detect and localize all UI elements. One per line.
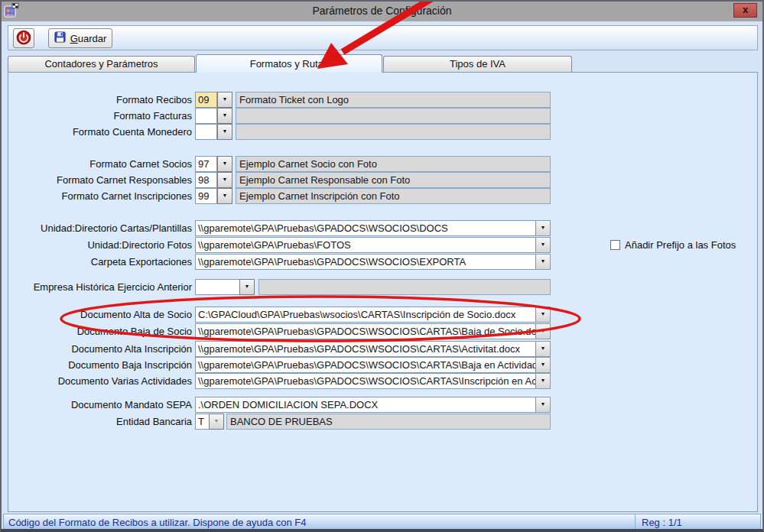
doc-baja-socio-dropdown-button[interactable]: ▼ (535, 324, 550, 339)
chevron-down-icon: ▼ (541, 378, 546, 383)
unidad-directorio-cartas-combo[interactable]: \\gparemote\GPA\Pruebas\GPADOCS\WSOCIOS\… (195, 220, 551, 236)
row-doc-alta-socio: Documento Alta de Socio C:\GPACloud\GPA\… (8, 307, 757, 323)
row-formato-recibos: Formato Recibos 09 ▼ Formato Ticket con … (8, 92, 757, 108)
unidad-directorio-cartas-value: \\gparemote\GPA\Pruebas\GPADOCS\WSOCIOS\… (196, 221, 535, 235)
tab-tipos-de-iva[interactable]: Tipos de IVA (383, 56, 572, 72)
save-button[interactable]: Guardar (48, 28, 112, 48)
formato-carnet-inscripciones-code-input[interactable]: 99 (195, 188, 217, 204)
anadir-prefijo-checkbox[interactable] (610, 240, 620, 250)
carpeta-exportaciones-combo[interactable]: \\gparemote\GPA\Pruebas\GPADOCS\WSOCIOS\… (195, 254, 551, 270)
doc-varias-actividades-label: Documento Varias Actividades (8, 375, 192, 387)
row-formato-cuenta-monedero: Formato Cuenta Monedero ▼ (8, 124, 757, 140)
row-doc-mandato-sepa: Documento Mandato SEPA .\ORDEN DOMICILIA… (8, 397, 757, 413)
exit-button[interactable] (13, 28, 34, 48)
tab-formatos-y-rutas[interactable]: Formatos y Rutas (196, 54, 382, 73)
tab-contadores-y-parametros[interactable]: Contadores y Parámetros (8, 56, 195, 72)
formato-facturas-dropdown-button[interactable]: ▼ (217, 108, 232, 124)
entidad-bancaria-dropdown-button[interactable]: ▼ (209, 414, 224, 430)
row-empresa-historica: Empresa Histórica Ejercicio Anterior ▼ (8, 279, 757, 295)
doc-baja-socio-label: Documento Baja de Socio (8, 326, 192, 337)
status-bar: Código del Formato de Recibos a utilizar… (3, 514, 761, 530)
doc-baja-socio-combo[interactable]: \\gparemote\GPA\Pruebas\GPADOCS\WSOCIOS\… (195, 323, 551, 339)
formato-carnet-socios-label: Formato Carnet Socios (8, 158, 192, 170)
row-formato-carnet-inscripciones: Formato Carnet Inscripciones 99 ▼ Ejempl… (8, 188, 757, 204)
row-doc-varias-actividades: Documento Varias Actividades \\gparemote… (8, 373, 757, 389)
row-entidad-bancaria: Entidad Bancaria T ▼ BANCO DE PRUEBAS (8, 414, 757, 430)
unidad-directorio-fotos-combo[interactable]: \\gparemote\GPA\Pruebas\FOTOS ▼ (195, 237, 551, 253)
formato-facturas-label: Formato Facturas (8, 110, 192, 122)
doc-alta-inscripcion-label: Documento Alta Inscripción (8, 343, 192, 355)
anadir-prefijo-label: Añadir Prefijo a las Fotos (625, 239, 736, 251)
row-unidad-directorio-cartas: Unidad:Directorio Cartas/Plantillas \\gp… (8, 220, 757, 236)
doc-varias-actividades-combo[interactable]: \\gparemote\GPA\Pruebas\GPADOCS\WSOCIOS\… (195, 373, 551, 389)
empresa-historica-dropdown-button[interactable]: ▼ (239, 279, 255, 295)
chevron-down-icon: ▼ (541, 345, 546, 351)
carpeta-exportaciones-dropdown-button[interactable]: ▼ (535, 255, 550, 269)
unidad-directorio-fotos-dropdown-button[interactable]: ▼ (535, 238, 550, 252)
floppy-disk-icon (54, 31, 66, 45)
titlebar: Parámetros de Configuración x (2, 2, 762, 21)
formato-carnet-responsables-label: Formato Carnet Responsables (8, 174, 192, 186)
chevron-down-icon: ▼ (245, 284, 250, 289)
chevron-down-icon: ▼ (223, 96, 228, 102)
formato-recibos-code-input[interactable]: 09 (195, 92, 217, 108)
record-counter: Reg : 1/1 (635, 514, 757, 530)
doc-alta-socio-dropdown-button[interactable]: ▼ (535, 307, 550, 322)
doc-baja-inscripcion-combo[interactable]: \\gparemote\GPA\Pruebas\GPADOCS\WSOCIOS\… (195, 357, 551, 373)
chevron-down-icon: ▼ (223, 161, 228, 166)
doc-alta-inscripcion-combo[interactable]: \\gparemote\GPA\Pruebas\GPADOCS\WSOCIOS\… (195, 341, 551, 357)
close-button[interactable]: x (733, 3, 757, 18)
formato-carnet-responsables-code-input[interactable]: 98 (195, 172, 217, 188)
chevron-down-icon: ▼ (214, 418, 219, 423)
entidad-bancaria-description: BANCO DE PRUEBAS (226, 414, 551, 430)
formato-carnet-socios-dropdown-button[interactable]: ▼ (217, 156, 232, 172)
doc-baja-inscripcion-value: \\gparemote\GPA\Pruebas\GPADOCS\WSOCIOS\… (196, 358, 535, 372)
doc-mandato-sepa-dropdown-button[interactable]: ▼ (535, 397, 550, 412)
formato-cuenta-monedero-code-input[interactable] (195, 124, 217, 140)
doc-varias-actividades-dropdown-button[interactable]: ▼ (535, 374, 550, 388)
doc-alta-socio-combo[interactable]: C:\GPACloud\GPA\Pruebas\wsocios\CARTAS\I… (195, 307, 551, 323)
formato-carnet-inscripciones-dropdown-button[interactable]: ▼ (217, 188, 232, 204)
formato-recibos-dropdown-button[interactable]: ▼ (217, 92, 232, 108)
doc-alta-inscripcion-dropdown-button[interactable]: ▼ (535, 342, 550, 356)
save-button-label: Guardar (70, 33, 107, 44)
formato-cuenta-monedero-label: Formato Cuenta Monedero (8, 126, 192, 138)
row-doc-baja-inscripcion: Documento Baja Inscripción \\gparemote\G… (8, 357, 757, 373)
formato-cuenta-monedero-description (236, 124, 551, 140)
formato-carnet-inscripciones-description: Ejemplo Carnet Inscripción con Foto (236, 188, 551, 204)
formato-facturas-description (236, 108, 551, 124)
unidad-directorio-cartas-dropdown-button[interactable]: ▼ (535, 221, 550, 235)
doc-varias-actividades-value: \\gparemote\GPA\Pruebas\GPADOCS\WSOCIOS\… (196, 374, 535, 388)
doc-baja-inscripcion-dropdown-button[interactable]: ▼ (535, 358, 550, 372)
formato-carnet-socios-code-input[interactable]: 97 (195, 156, 217, 172)
power-icon (16, 30, 31, 47)
entidad-bancaria-code-input[interactable]: T (195, 414, 210, 430)
row-doc-alta-inscripcion: Documento Alta Inscripción \\gparemote\G… (8, 341, 757, 357)
chevron-down-icon: ▼ (541, 328, 546, 333)
formatos-y-rutas-panel: Formato Recibos 09 ▼ Formato Ticket con … (8, 72, 758, 512)
doc-mandato-sepa-combo[interactable]: .\ORDEN DOMICILIACION SEPA.DOCX ▼ (195, 397, 551, 413)
formato-recibos-label: Formato Recibos (8, 94, 192, 105)
chevron-down-icon: ▼ (541, 258, 546, 264)
doc-alta-inscripcion-value: \\gparemote\GPA\Pruebas\GPADOCS\WSOCIOS\… (196, 342, 535, 356)
empresa-historica-description (258, 279, 551, 295)
window-title: Parámetros de Configuración (2, 5, 762, 17)
parametros-configuracion-window: Parámetros de Configuración x (0, 0, 764, 532)
chevron-down-icon: ▼ (541, 225, 546, 230)
doc-mandato-sepa-value: .\ORDEN DOMICILIACION SEPA.DOCX (196, 397, 535, 412)
chevron-down-icon: ▼ (541, 401, 546, 407)
chevron-down-icon: ▼ (541, 362, 546, 367)
doc-alta-socio-value: C:\GPACloud\GPA\Pruebas\wsocios\CARTAS\I… (196, 307, 535, 322)
chevron-down-icon: ▼ (223, 193, 228, 198)
row-formato-carnet-socios: Formato Carnet Socios 97 ▼ Ejemplo Carne… (8, 156, 757, 172)
chevron-down-icon: ▼ (223, 112, 228, 118)
formato-carnet-responsables-dropdown-button[interactable]: ▼ (217, 172, 232, 188)
entidad-bancaria-label: Entidad Bancaria (8, 416, 192, 427)
row-formato-facturas: Formato Facturas ▼ (8, 108, 757, 124)
empresa-historica-code-input[interactable] (195, 279, 240, 295)
formato-cuenta-monedero-dropdown-button[interactable]: ▼ (217, 124, 232, 140)
carpeta-exportaciones-label: Carpeta Exportaciones (8, 256, 192, 268)
row-carpeta-exportaciones: Carpeta Exportaciones \\gparemote\GPA\Pr… (8, 254, 757, 270)
doc-alta-socio-label: Documento Alta de Socio (8, 309, 192, 320)
formato-facturas-code-input[interactable] (195, 108, 217, 124)
